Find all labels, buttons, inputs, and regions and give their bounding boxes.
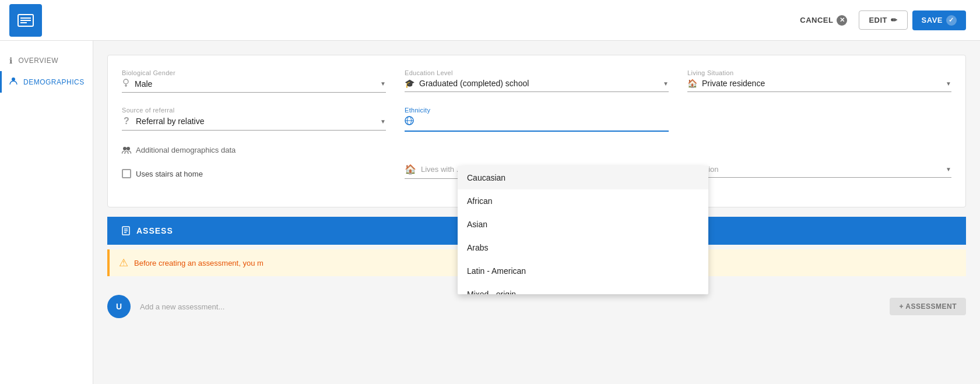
assessment-avatar: U xyxy=(107,295,131,318)
living-situation-value: Private residence xyxy=(702,79,941,88)
main-layout: ℹ OVERVIEW DEMOGRAPHICS Biological Gende… xyxy=(0,41,980,384)
warning-text: Before creating an assessment, you m xyxy=(134,259,264,267)
ethnicity-field: Ethnicity xyxy=(405,107,669,132)
ethnicity-option[interactable]: Latin - American xyxy=(458,259,708,283)
uses-stairs-label: Uses stairs at home xyxy=(136,170,203,178)
ethnicity-dropdown-list: CaucasianAfricanAsianArabsLatin - Americ… xyxy=(458,166,708,294)
house-small-icon: 🏠 xyxy=(405,164,416,175)
ethnicity-option[interactable]: African xyxy=(458,189,708,213)
ethnicity-select[interactable] xyxy=(405,116,669,132)
uses-stairs-field: Uses stairs at home xyxy=(122,164,386,178)
svg-point-5 xyxy=(124,79,128,84)
source-referral-field: Source of referral ? Referral by relativ… xyxy=(122,107,386,132)
biological-gender-value: Male xyxy=(135,79,375,89)
svg-point-11 xyxy=(123,147,127,150)
edit-button[interactable]: EDIT ✏ xyxy=(859,10,907,30)
source-referral-select[interactable]: ? Referral by relative ▼ xyxy=(122,116,386,131)
form-row-1: Biological Gender Male ▼ xyxy=(122,69,951,93)
home-icon: 🏠 xyxy=(687,79,697,88)
living-situation-label: Living Situation xyxy=(687,69,951,76)
sidebar-overview-label: OVERVIEW xyxy=(19,57,58,65)
source-referral-label: Source of referral xyxy=(122,107,386,114)
ethnicity-option[interactable]: Asian xyxy=(458,213,708,236)
content-area: Biological Gender Male ▼ xyxy=(93,41,980,384)
sidebar-item-demographics[interactable]: DEMOGRAPHICS xyxy=(0,71,93,93)
warning-icon: ⚠ xyxy=(119,256,128,269)
living-situation-field: Living Situation 🏠 Private residence ▼ xyxy=(687,69,951,93)
cancel-button[interactable]: CANCEL ✕ xyxy=(793,10,854,30)
living-dropdown-arrow: ▼ xyxy=(946,80,951,87)
save-button[interactable]: SAVE ✓ xyxy=(912,10,966,30)
save-label: SAVE xyxy=(922,16,943,24)
ethnicity-dropdown: CaucasianAfricanAsianArabsLatin - Americ… xyxy=(458,166,708,294)
biological-gender-field: Biological Gender Male ▼ xyxy=(122,69,386,93)
cancel-label: CANCEL xyxy=(800,16,833,24)
gender-icon xyxy=(122,79,130,89)
education-level-label: Education Level xyxy=(405,69,669,76)
education-level-field: Education Level 🎓 Graduated (completed) … xyxy=(405,69,669,93)
uses-stairs-checkbox-row[interactable]: Uses stairs at home xyxy=(122,169,386,178)
app-icon xyxy=(9,4,42,37)
assessment-add-placeholder[interactable]: Add a new assessment... xyxy=(140,302,880,311)
svg-point-4 xyxy=(12,77,15,81)
globe-icon xyxy=(405,116,414,127)
living-situation-select[interactable]: 🏠 Private residence ▼ xyxy=(687,79,951,92)
edit-icon: ✏ xyxy=(891,16,898,24)
save-check-icon: ✓ xyxy=(946,15,957,26)
add-assessment-button[interactable]: + ASSESSMENT xyxy=(890,298,966,315)
ethnicity-option[interactable]: Mixed - origin xyxy=(458,283,708,294)
assessment-bar-label: ASSESS xyxy=(136,226,173,235)
edit-label: EDIT xyxy=(869,16,887,24)
education-dropdown-arrow: ▼ xyxy=(663,80,669,87)
add-assessment-label: + ASSESSMENT xyxy=(899,302,957,311)
lives-with-value: Lives with .. xyxy=(421,165,461,174)
source-referral-value: Referral by relative xyxy=(136,117,375,126)
ethnicity-option[interactable]: Arabs xyxy=(458,236,708,259)
education-level-select[interactable]: 🎓 Graduated (completed) school ▼ xyxy=(405,79,669,92)
sidebar-item-overview[interactable]: ℹ OVERVIEW xyxy=(0,50,93,71)
assessment-avatar-text: U xyxy=(116,302,122,311)
referral-dropdown-arrow: ▼ xyxy=(380,118,386,125)
sidebar: ℹ OVERVIEW DEMOGRAPHICS xyxy=(0,41,93,384)
education-level-value: Graduated (completed) school xyxy=(419,79,658,88)
additional-demographics-header: Additional demographics data xyxy=(122,146,951,154)
uses-stairs-checkbox[interactable] xyxy=(122,169,131,178)
top-bar: CANCEL ✕ EDIT ✏ SAVE ✓ xyxy=(0,0,980,41)
cancel-icon: ✕ xyxy=(837,15,847,26)
accommodation-dropdown-arrow: ▼ xyxy=(946,166,951,172)
ethnicity-option[interactable]: Caucasian xyxy=(458,166,708,189)
info-icon: ℹ xyxy=(9,56,13,65)
top-actions: CANCEL ✕ EDIT ✏ SAVE ✓ xyxy=(793,10,966,30)
svg-point-12 xyxy=(127,147,130,150)
accommodation-field: modation ▼ xyxy=(687,165,951,178)
gender-dropdown-arrow: ▼ xyxy=(380,80,386,87)
person-icon xyxy=(9,77,17,87)
biological-gender-label: Biological Gender xyxy=(122,69,386,76)
additional-demographics-label: Additional demographics data xyxy=(136,146,236,154)
sidebar-demographics-label: DEMOGRAPHICS xyxy=(23,78,85,86)
form-row-2: Source of referral ? Referral by relativ… xyxy=(122,107,951,132)
placeholder-field-3 xyxy=(687,107,951,132)
ethnicity-label: Ethnicity xyxy=(405,107,669,114)
biological-gender-select[interactable]: Male ▼ xyxy=(122,79,386,93)
referral-icon: ? xyxy=(122,116,131,126)
graduation-icon: 🎓 xyxy=(405,79,415,88)
